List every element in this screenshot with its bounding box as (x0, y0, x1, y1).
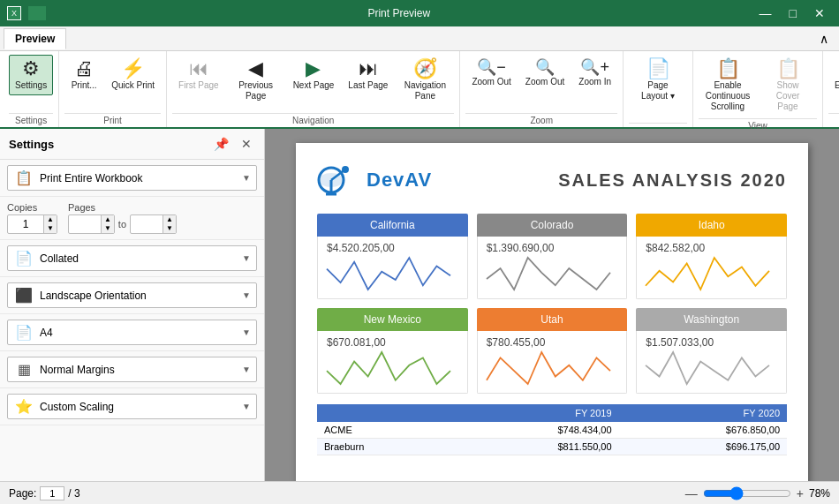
zoom-in-icon: 🔍+ (580, 59, 609, 75)
navigation-pane-label: Navigation Pane (402, 80, 448, 102)
pages-from-spinner[interactable]: ▲ ▼ (68, 214, 115, 234)
export-button[interactable]: 📤 Export... ▾ (828, 55, 839, 95)
scaling-dropdown[interactable]: ⭐ Custom Scaling ▼ (7, 394, 257, 419)
page-layout-button[interactable]: 📄 Page Layout ▾ (629, 55, 687, 106)
preview-page: DevAV SALES ANALYSIS 2020 California $4.… (296, 143, 808, 481)
card-body: $1.507.033,00 (636, 331, 787, 394)
total-pages: / 3 (68, 487, 79, 500)
collated-dropdown[interactable]: 📄 Collated ▼ (7, 245, 257, 271)
zoom-area: — + 78% (685, 486, 830, 500)
paper-size-dropdown[interactable]: 📄 A4 ▼ (7, 320, 257, 345)
first-page-button[interactable]: ⏮ First Page (172, 55, 225, 95)
logo-text: DevAV (367, 169, 432, 192)
margins-icon: ▦ (13, 361, 34, 378)
devav-logo-icon (317, 161, 361, 199)
print-label: Print... (72, 80, 97, 91)
pages-from-input[interactable] (69, 216, 101, 232)
zoom-minus-button[interactable]: — (685, 486, 698, 500)
settings-pin-button[interactable]: 📌 (210, 136, 232, 152)
print-icon: 🖨 (74, 59, 94, 79)
navigation-group-label: Navigation (172, 113, 454, 125)
last-page-button[interactable]: ⏭ Last Page (342, 55, 394, 95)
show-cover-page-button[interactable]: 📋 Show Cover Page (759, 55, 817, 117)
zoom-out-button[interactable]: 🔍− Zoom Out (465, 55, 517, 92)
scaling-text: Custom Scaling (40, 401, 237, 413)
card-body: $780.455,00 (477, 331, 628, 394)
orientation-arrow: ▼ (242, 290, 251, 300)
card-chart (487, 258, 618, 293)
next-page-button[interactable]: ▶ Next Page (287, 55, 341, 95)
orientation-dropdown[interactable]: ⬛ Landscape Orientation ▼ (7, 282, 257, 308)
margins-dropdown[interactable]: ▦ Normal Margins ▼ (7, 357, 257, 382)
copies-input[interactable] (8, 216, 43, 232)
settings-button[interactable]: ⚙ Settings (9, 55, 53, 95)
zoom-plus-button[interactable]: + (797, 486, 804, 500)
scaling-arrow: ▼ (242, 402, 251, 411)
pages-label: Pages (68, 202, 177, 213)
card-washington: Washington $1.507.033,00 (636, 308, 787, 394)
navigation-pane-button[interactable]: 🧭 Navigation Pane (396, 55, 454, 106)
print-scope-arrow: ▼ (242, 173, 251, 183)
maximize-button[interactable]: □ (782, 4, 804, 22)
ribbon-group-view: 📋 Enable Continuous Scrolling 📋 Show Cov… (693, 51, 823, 127)
card-body: $670.081,00 (317, 331, 468, 394)
card-amount: $780.455,00 (487, 336, 618, 349)
pages-from-up-button[interactable]: ▲ (101, 215, 114, 224)
export-group-label: Export (828, 113, 839, 125)
card-chart (327, 352, 458, 387)
copies-group: Copies ▲ ▼ (7, 202, 57, 234)
copies-up-button[interactable]: ▲ (43, 215, 57, 224)
zoom-label: Zoom Out (525, 77, 564, 87)
pages-to-down-button[interactable]: ▼ (163, 224, 176, 233)
table-row: ACME$748.434,00$676.850,00 (317, 422, 787, 439)
ribbon-group-print: 🖨 Print... ⚡ Quick Print Print (59, 51, 167, 127)
card-chart (327, 258, 458, 293)
export-label: Export... ▾ (835, 80, 839, 91)
pages-to-input[interactable] (131, 216, 163, 232)
close-button[interactable]: ✕ (807, 4, 832, 22)
data-table: FY 2019FY 2020 ACME$748.434,00$676.850,0… (317, 404, 787, 455)
continuous-scrolling-icon: 📋 (716, 59, 740, 79)
print-scope-dropdown[interactable]: 📋 Print Entire Workbook ▼ (7, 165, 257, 191)
continuous-scrolling-button[interactable]: 📋 Enable Continuous Scrolling (699, 55, 757, 117)
zoom-in-button[interactable]: 🔍+ Zoom In (572, 55, 617, 92)
ribbon-group-export: 📤 Export... ▾ ✉ Send... ▾ Export (823, 51, 839, 127)
pages-from-down-button[interactable]: ▼ (101, 224, 114, 233)
card-header: Washington (636, 308, 787, 331)
pages-to-spinner[interactable]: ▲ ▼ (130, 214, 177, 234)
print-button[interactable]: 🖨 Print... (64, 55, 103, 95)
zoom-slider[interactable] (703, 486, 791, 500)
copies-down-button[interactable]: ▼ (43, 224, 57, 233)
paper-size-text: A4 (40, 327, 237, 339)
svg-point-3 (342, 166, 349, 173)
page-number-input[interactable] (40, 486, 64, 500)
status-bar: Page: / 3 — + 78% (0, 481, 839, 504)
scaling-icon: ⭐ (13, 398, 34, 415)
zoom-button[interactable]: 🔍 Zoom Out (519, 55, 571, 92)
page-label: Page: (9, 487, 36, 500)
copies-pages-row: Copies ▲ ▼ Pages ▲ ▼ (0, 197, 264, 240)
collated-text: Collated (40, 252, 237, 265)
page-layout-label: Page Layout ▾ (635, 80, 681, 102)
page-layout-icon: 📄 (646, 59, 670, 79)
pages-to-label: to (118, 219, 126, 229)
card-header: Utah (477, 308, 628, 331)
copies-spinner[interactable]: ▲ ▼ (7, 214, 57, 234)
previous-page-button[interactable]: ◀ Previous Page (227, 55, 285, 106)
show-cover-page-icon: 📋 (776, 59, 800, 79)
pages-to-up-button[interactable]: ▲ (163, 215, 176, 224)
logo-area: DevAV (317, 161, 432, 199)
zoom-out-label: Zoom Out (472, 77, 510, 87)
card-california: California $4.520.205,00 (317, 214, 468, 299)
minimize-button[interactable]: — (752, 4, 779, 22)
quick-print-button[interactable]: ⚡ Quick Print (105, 55, 161, 95)
card-header: Colorado (477, 214, 628, 237)
tab-preview[interactable]: Preview (4, 28, 66, 49)
settings-close-button[interactable]: ✕ (238, 136, 255, 152)
settings-label: Settings (15, 80, 47, 91)
continuous-scrolling-label: Enable Continuous Scrolling (705, 80, 751, 112)
pages-group: Pages ▲ ▼ to ▲ ▼ (68, 202, 177, 234)
ribbon-collapse-button[interactable]: ∧ (813, 30, 835, 48)
page-layout-group-label (629, 123, 687, 125)
show-cover-page-label: Show Cover Page (765, 80, 811, 112)
